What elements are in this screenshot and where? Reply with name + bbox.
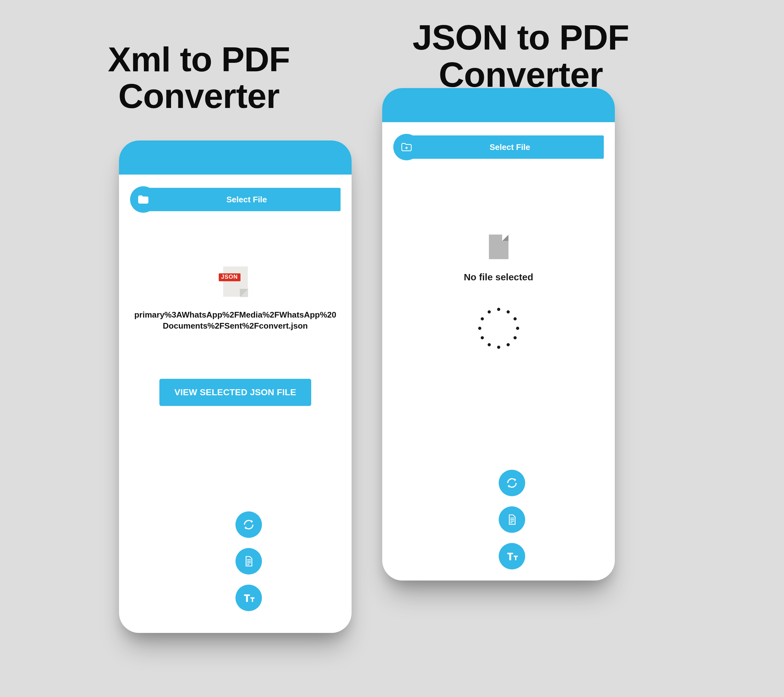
promo-title-left-line2: Converter xyxy=(119,76,280,115)
select-file-label: Select File xyxy=(480,142,530,152)
document-lines-icon xyxy=(236,548,262,575)
empty-file-area: No file selected xyxy=(393,234,604,352)
select-file-label: Select File xyxy=(217,195,267,204)
text-format-icon xyxy=(499,543,525,570)
refresh-icon xyxy=(236,511,262,538)
app-top-bar xyxy=(119,140,352,175)
promo-stage: Xml to PDF Converter JSON to PDF Convert… xyxy=(0,0,784,697)
document-lines-icon xyxy=(499,506,525,533)
json-file-icon: JSON xyxy=(223,267,248,297)
screen-content-right: Select File No file selected xyxy=(382,135,615,580)
promo-title-left-line1: Xml to PDF xyxy=(108,40,290,79)
phone-mock-left: Select File JSON primary%3AWhatsApp%2FMe… xyxy=(119,140,352,633)
json-file-tag: JSON xyxy=(219,274,240,281)
folder-add-icon xyxy=(393,134,420,160)
selected-file-area: JSON primary%3AWhatsApp%2FMedia%2FWhatsA… xyxy=(130,267,341,406)
selected-file-path: primary%3AWhatsApp%2FMedia%2FWhatsApp%20… xyxy=(130,309,341,331)
action-buttons-left: CONVERT RAW CONVERT Text Format xyxy=(130,513,341,610)
select-file-button[interactable]: Select File xyxy=(130,188,341,211)
folder-add-icon xyxy=(130,186,156,213)
no-file-label: No file selected xyxy=(393,272,604,283)
promo-title-left: Xml to PDF Converter xyxy=(79,41,319,114)
empty-file-icon xyxy=(489,234,509,259)
promo-title-right-line1: JSON to PDF xyxy=(412,18,629,57)
view-selected-button[interactable]: VIEW SELECTED JSON FILE xyxy=(160,379,311,406)
view-selected-label: VIEW SELECTED JSON FILE xyxy=(175,387,296,397)
select-file-button[interactable]: Select File xyxy=(393,135,604,159)
promo-title-right: JSON to PDF Converter xyxy=(376,19,666,93)
phone-mock-right: Select File No file selected xyxy=(382,88,615,580)
app-top-bar xyxy=(382,88,615,122)
loading-spinner-icon xyxy=(475,305,522,352)
refresh-icon xyxy=(499,470,525,496)
screen-content-left: Select File JSON primary%3AWhatsApp%2FMe… xyxy=(119,188,352,633)
action-buttons-right: CONVERT RAW CONVERT Text Format xyxy=(393,471,604,568)
text-format-icon xyxy=(236,585,262,611)
